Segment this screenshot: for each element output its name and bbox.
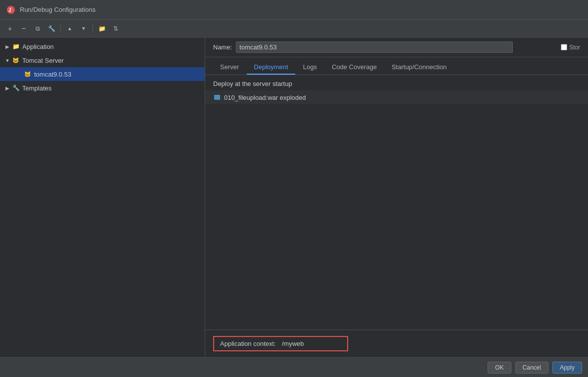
- tab-logs[interactable]: Logs: [296, 60, 324, 75]
- svg-rect-4: [218, 96, 219, 97]
- store-label: Stor: [569, 44, 580, 51]
- ok-button[interactable]: OK: [488, 362, 511, 374]
- app-context-label: Application context:: [220, 340, 276, 347]
- svg-rect-3: [215, 96, 217, 97]
- main-content: ▶ 📁 Application ▼ 🐱 Tomcat Server ▶ 🐱 to…: [0, 38, 588, 357]
- add-config-button[interactable]: +: [4, 23, 16, 35]
- name-label: Name:: [213, 43, 232, 51]
- apply-button[interactable]: Apply: [552, 362, 582, 374]
- sidebar-item-templates[interactable]: ▶ 🔧 Templates: [0, 81, 205, 95]
- name-row: Name: Stor: [205, 38, 588, 57]
- folder-button[interactable]: 📁: [96, 23, 108, 35]
- tomcat-instance-label: tomcat9.0.53: [34, 71, 71, 78]
- tomcat-server-label: Tomcat Server: [22, 57, 64, 64]
- deploy-section-label: Deploy at the server startup: [205, 75, 588, 90]
- deploy-section: Deploy at the server startup 010_fileupl…: [205, 75, 588, 357]
- application-label: Application: [22, 43, 54, 50]
- svg-text:J: J: [8, 7, 11, 13]
- tab-server[interactable]: Server: [213, 60, 246, 75]
- tomcat-instance-icon: 🐱: [24, 70, 32, 78]
- tab-deployment[interactable]: Deployment: [247, 60, 295, 75]
- deploy-item-label: 010_fileupload:war exploded: [224, 94, 306, 101]
- sidebar: ▶ 📁 Application ▼ 🐱 Tomcat Server ▶ 🐱 to…: [0, 38, 205, 357]
- remove-config-button[interactable]: −: [18, 23, 30, 35]
- svg-rect-2: [214, 95, 220, 100]
- bottom-bar: OK Cancel Apply: [0, 357, 588, 377]
- move-up-button[interactable]: ▲: [64, 23, 76, 35]
- sort-button[interactable]: ⇅: [110, 23, 122, 35]
- templates-label: Templates: [22, 84, 51, 92]
- copy-config-button[interactable]: ⧉: [32, 23, 44, 35]
- toolbar-sep-1: [60, 24, 61, 33]
- svg-rect-5: [218, 97, 219, 98]
- toolbar: + − ⧉ 🔧 ▲ ▼ 📁 ⇅: [0, 20, 588, 38]
- move-down-button[interactable]: ▼: [78, 23, 90, 35]
- tomcat-server-icon: 🐱: [12, 56, 20, 64]
- title-bar: J Run/Debug Configurations: [0, 0, 588, 20]
- name-input[interactable]: [236, 42, 513, 53]
- sidebar-item-application[interactable]: ▶ 📁 Application: [0, 40, 205, 53]
- deploy-list: 010_fileupload:war exploded: [205, 90, 588, 330]
- store-checkbox[interactable]: [561, 44, 567, 50]
- sidebar-item-tomcat-instance[interactable]: ▶ 🐱 tomcat9.0.53: [0, 67, 205, 81]
- tab-startup-connection[interactable]: Startup/Connection: [385, 60, 453, 75]
- right-panel: Name: Stor Server Deployment Logs Code C…: [205, 38, 588, 357]
- sidebar-item-tomcat-server[interactable]: ▼ 🐱 Tomcat Server: [0, 53, 205, 67]
- tomcat-server-arrow: ▼: [4, 57, 11, 64]
- app-context-inner: Application context:: [213, 336, 348, 351]
- tab-code-coverage[interactable]: Code Coverage: [325, 60, 384, 75]
- settings-button[interactable]: 🔧: [45, 23, 57, 35]
- war-exploded-icon: [213, 93, 221, 101]
- app-context-bar: Application context:: [205, 330, 588, 357]
- app-logo: J: [6, 5, 16, 15]
- templates-icon: 🔧: [12, 84, 20, 92]
- cancel-button[interactable]: Cancel: [515, 362, 548, 374]
- store-checkbox-area: Stor: [561, 44, 580, 51]
- deploy-list-item[interactable]: 010_fileupload:war exploded: [205, 90, 588, 104]
- app-context-input[interactable]: [282, 340, 341, 347]
- tabs-bar: Server Deployment Logs Code Coverage Sta…: [205, 57, 588, 75]
- application-arrow: ▶: [4, 43, 11, 50]
- dialog-title: Run/Debug Configurations: [20, 6, 95, 13]
- application-icon: 📁: [12, 42, 20, 50]
- toolbar-sep-2: [92, 24, 93, 33]
- templates-arrow: ▶: [4, 84, 11, 91]
